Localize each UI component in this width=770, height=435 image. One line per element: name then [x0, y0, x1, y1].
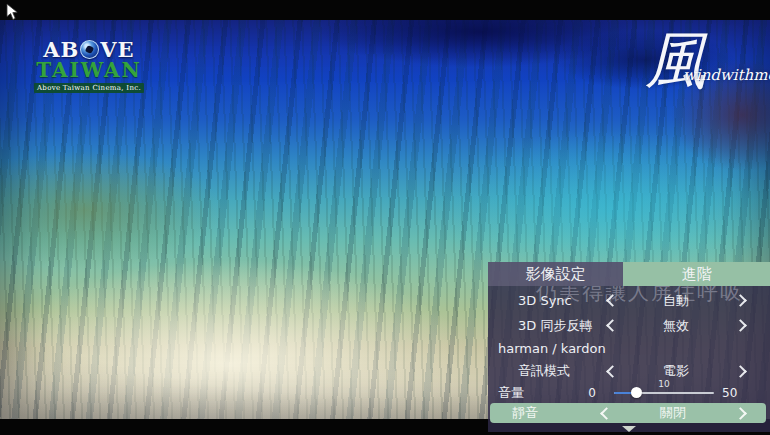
projector-screen: AB VE TAIWAN Above Taiwan Cinema, Inc. 風…: [0, 0, 770, 435]
menu-row-3d-sync-invert[interactable]: 3D 同步反轉 無效: [488, 313, 770, 338]
chevron-right-icon[interactable]: [732, 409, 748, 418]
menu-row-3d-sync[interactable]: 3D Sync 自動: [488, 288, 770, 313]
cinema-caption: Above Taiwan Cinema, Inc.: [34, 83, 144, 93]
menu-row-value: 電影: [620, 362, 732, 380]
chevron-right-icon[interactable]: [732, 367, 748, 376]
volume-min-value: 0: [550, 386, 596, 400]
tab-advanced[interactable]: 進階: [623, 262, 770, 286]
chevron-left-icon[interactable]: [598, 409, 614, 418]
camera-aperture-icon: [80, 40, 99, 59]
taiwan-wordmark: TAIWAN: [34, 60, 144, 81]
windwithme-signature: windwithme: [683, 66, 770, 84]
settings-tab-bar: 影像設定 進階: [488, 262, 770, 286]
osd-settings-panel: 影像設定 進階 仍美得讓人屏住呼吸 3D Sync 自動 3D 同步反轉 無效: [488, 262, 770, 432]
audio-brand-row: harman / kardon: [488, 338, 770, 359]
above-logo-wordmark: AB VE: [34, 39, 144, 60]
chevron-left-icon[interactable]: [604, 367, 620, 376]
triangle-down-icon[interactable]: [622, 426, 636, 432]
chevron-left-icon[interactable]: [604, 296, 620, 305]
volume-slider-handle[interactable]: [631, 387, 642, 398]
above-logo-text-right: VE: [100, 39, 134, 60]
menu-row-label: 音訊模式: [518, 362, 604, 380]
menu-row-label: 3D 同步反轉: [518, 317, 604, 335]
volume-label: 音量: [498, 384, 550, 402]
tab-image-settings[interactable]: 影像設定: [488, 262, 623, 286]
mute-label: 靜音: [512, 404, 598, 422]
menu-row-value: 自動: [620, 292, 732, 310]
volume-max-value: 50: [722, 386, 762, 400]
mouse-cursor-icon: [6, 3, 20, 25]
chevron-right-icon[interactable]: [732, 296, 748, 305]
windwithme-logo: 風 windwithme: [645, 30, 707, 92]
volume-current-value: 10: [614, 379, 714, 389]
above-logo-text-left: AB: [43, 39, 79, 60]
above-taiwan-logo: AB VE TAIWAN Above Taiwan Cinema, Inc.: [34, 39, 144, 93]
menu-row-mute-highlighted[interactable]: 靜音 關閉: [490, 403, 766, 423]
chevron-left-icon[interactable]: [604, 321, 620, 330]
volume-slider[interactable]: 10: [614, 386, 714, 400]
menu-row-volume[interactable]: 音量 0 10 50: [488, 383, 770, 402]
menu-row-label: 3D Sync: [518, 293, 604, 308]
chevron-right-icon[interactable]: [732, 321, 748, 330]
settings-panel-body: 仍美得讓人屏住呼吸 3D Sync 自動 3D 同步反轉 無效 harman /…: [488, 286, 770, 432]
settings-rows: 3D Sync 自動 3D 同步反轉 無效 harman / kardon 音訊…: [488, 286, 770, 432]
audio-brand-label: harman / kardon: [498, 341, 606, 356]
menu-row-value: 無效: [620, 317, 732, 335]
mute-value: 關閉: [614, 404, 732, 422]
